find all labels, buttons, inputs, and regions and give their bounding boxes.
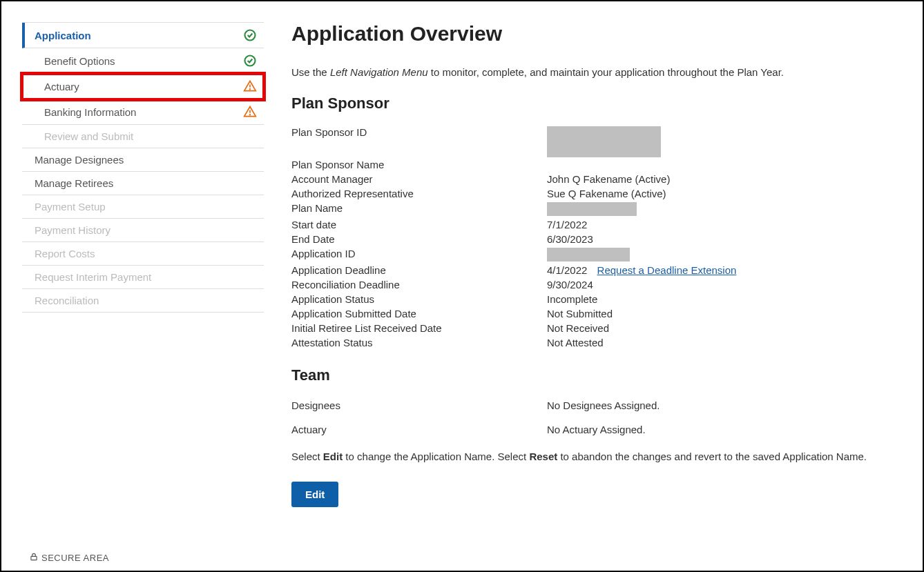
nav-label: Report Costs [35, 248, 95, 259]
field-value: 6/30/2023 [547, 233, 593, 245]
nav-item-banking-information[interactable]: Banking Information [22, 99, 264, 125]
nav-label: Manage Designees [35, 154, 124, 166]
field-label: Actuary [291, 424, 547, 435]
field-label: Application Deadline [291, 264, 547, 276]
field-application-id: Application ID [291, 246, 902, 263]
field-label: Plan Sponsor Name [291, 159, 547, 170]
field-label: Authorized Representative [291, 188, 547, 199]
field-attestation-status: Attestation Status Not Attested [291, 335, 902, 350]
svg-point-3 [250, 89, 251, 90]
field-end-date: End Date 6/30/2023 [291, 232, 902, 246]
nav-label: Manage Retirees [35, 177, 113, 189]
field-label: Designees [291, 400, 547, 411]
field-value: No Actuary Assigned. [547, 424, 646, 435]
field-application-deadline: Application Deadline 4/1/2022 Request a … [291, 263, 902, 277]
field-start-date: Start date 7/1/2022 [291, 217, 902, 232]
field-plan-sponsor-name: Plan Sponsor Name [291, 157, 902, 172]
field-label: Account Manager [291, 173, 547, 185]
field-value [547, 202, 637, 216]
field-value: Not Received [547, 322, 609, 334]
nav-item-manage-designees[interactable]: Manage Designees [22, 148, 264, 172]
request-deadline-extension-link[interactable]: Request a Deadline Extension [597, 264, 737, 276]
field-actuary: Actuary No Actuary Assigned. [291, 414, 902, 438]
page-title: Application Overview [291, 22, 902, 46]
nav-label: Benefit Options [44, 55, 115, 67]
nav-item-actuary[interactable]: Actuary [22, 74, 264, 99]
nav-label: Reconciliation [35, 295, 99, 306]
field-value: 4/1/2022 Request a Deadline Extension [547, 264, 736, 276]
left-nav: Application Benefit Options Actuary Bank… [22, 22, 264, 564]
nav-item-review-submit: Review and Submit [22, 125, 264, 148]
field-label: Application Status [291, 293, 547, 305]
field-application-submitted: Application Submitted Date Not Submitted [291, 306, 902, 321]
nav-label: Payment Setup [35, 201, 106, 213]
field-value: Not Submitted [547, 308, 613, 319]
field-value: 9/30/2024 [547, 279, 593, 290]
section-team: Team [291, 366, 902, 384]
nav-label: Banking Information [44, 106, 136, 118]
field-account-manager: Account Manager John Q Fakename (Active) [291, 172, 902, 186]
warning-icon [243, 79, 257, 93]
nav-item-manage-retirees[interactable]: Manage Retirees [22, 172, 264, 195]
secure-area-label: SECURE AREA [29, 552, 109, 564]
field-value: John Q Fakename (Active) [547, 173, 670, 185]
field-designees: Designees No Designees Assigned. [291, 397, 902, 414]
nav-label: Request Interim Payment [35, 271, 151, 283]
field-initial-retiree: Initial Retiree List Received Date Not R… [291, 321, 902, 335]
lock-icon [29, 552, 39, 564]
field-label: End Date [291, 233, 547, 245]
nav-item-benefit-options[interactable]: Benefit Options [22, 48, 264, 74]
nav-item-application[interactable]: Application [22, 23, 264, 48]
field-value: Incomplete [547, 293, 597, 305]
redacted-value [547, 202, 637, 216]
nav-item-payment-setup: Payment Setup [22, 195, 264, 219]
section-plan-sponsor: Plan Sponsor [291, 95, 902, 112]
field-label: Initial Retiree List Received Date [291, 322, 547, 334]
nav-item-report-costs: Report Costs [22, 242, 264, 266]
field-label: Start date [291, 219, 547, 230]
field-label: Attestation Status [291, 337, 547, 348]
edit-button[interactable]: Edit [291, 482, 338, 507]
nav-item-request-interim-payment: Request Interim Payment [22, 266, 264, 289]
main-content: Application Overview Use the Left Naviga… [285, 22, 902, 564]
nav-list: Application Benefit Options Actuary Bank… [22, 22, 264, 313]
redacted-value [547, 248, 630, 262]
field-plan-sponsor-id: Plan Sponsor ID [291, 125, 902, 159]
field-label: Application ID [291, 248, 547, 262]
field-application-status: Application Status Incomplete [291, 292, 902, 306]
intro-text: Use the Left Navigation Menu to monitor,… [291, 66, 902, 78]
redacted-value [547, 126, 661, 157]
nav-label: Review and Submit [44, 130, 133, 142]
field-label: Reconciliation Deadline [291, 279, 547, 290]
field-label: Plan Name [291, 202, 547, 216]
nav-item-reconciliation: Reconciliation [22, 289, 264, 313]
nav-label: Payment History [35, 224, 110, 236]
nav-item-payment-history: Payment History [22, 219, 264, 242]
field-value [547, 126, 661, 157]
edit-instruction: Select Edit to change the Application Na… [291, 451, 902, 462]
nav-label: Actuary [44, 81, 79, 92]
field-value: 7/1/2022 [547, 219, 587, 230]
field-authorized-rep: Authorized Representative Sue Q Fakename… [291, 186, 902, 201]
field-value: Not Attested [547, 337, 604, 348]
nav-label: Application [35, 30, 91, 41]
svg-point-5 [250, 115, 251, 115]
svg-rect-6 [31, 556, 37, 560]
warning-icon [243, 105, 257, 119]
field-value: Sue Q Fakename (Active) [547, 188, 666, 199]
field-label: Application Submitted Date [291, 308, 547, 319]
field-plan-name: Plan Name [291, 201, 902, 217]
field-reconciliation-deadline: Reconciliation Deadline 9/30/2024 [291, 277, 902, 292]
check-icon [243, 28, 257, 42]
field-label: Plan Sponsor ID [291, 126, 547, 157]
field-value: No Designees Assigned. [547, 400, 660, 411]
field-value [547, 248, 630, 262]
check-icon [243, 54, 257, 68]
